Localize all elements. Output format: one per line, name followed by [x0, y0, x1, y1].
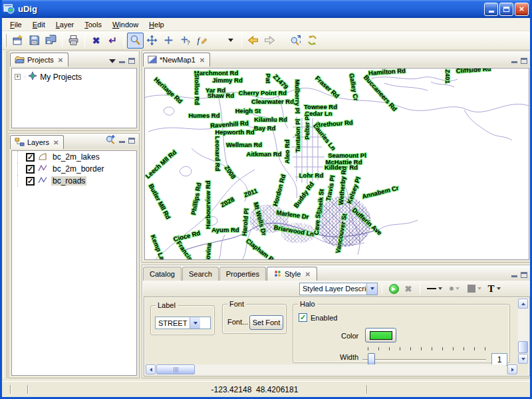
maximize-button[interactable] — [499, 3, 513, 16]
save-all-button[interactable] — [43, 33, 59, 49]
projects-close-icon[interactable]: ✕ — [58, 57, 63, 64]
title-bar[interactable]: uDig ✕ — [0, 0, 532, 18]
tab-newmap1[interactable]: *NewMap1 ✕ — [143, 53, 210, 66]
text-style-button[interactable]: T — [484, 282, 504, 295]
layer-visibility-checkbox[interactable]: ✓ — [26, 165, 35, 174]
delete-button[interactable]: ✖ — [88, 33, 104, 49]
maximize-view-icon[interactable] — [521, 58, 527, 64]
map-canvas[interactable]: Marchmont RdJimmy RdYar RdShaw RdCherry … — [144, 68, 529, 260]
zoom-extent-button[interactable] — [287, 33, 304, 49]
fill-icon — [467, 285, 475, 293]
minimize-button[interactable] — [484, 3, 498, 16]
style-close-icon[interactable]: ✕ — [305, 271, 310, 278]
layer-visibility-checkbox[interactable]: ✓ — [26, 153, 35, 162]
close-button[interactable]: ✕ — [515, 3, 529, 16]
menu-help[interactable]: Help — [144, 19, 170, 31]
expander-icon[interactable]: + — [15, 74, 21, 80]
tab-projects[interactable]: Projects ✕ — [10, 53, 68, 66]
tab-search[interactable]: Search — [182, 267, 219, 281]
tab-layers[interactable]: Layers ✕ — [10, 135, 64, 149]
scroll-down-button[interactable] — [518, 354, 528, 364]
edit-feature-tool-button[interactable]: f — [194, 33, 210, 49]
scroll-right-button[interactable] — [507, 364, 517, 374]
layer-row-bc_roads[interactable]: ✓bc_roads — [17, 175, 136, 187]
save-button[interactable] — [26, 33, 43, 49]
map-road-label: Stollou Rd — [194, 73, 200, 105]
hscroll-thumb[interactable] — [156, 364, 195, 374]
minimize-view-icon[interactable] — [511, 61, 517, 63]
halo-width-slider-track[interactable] — [362, 359, 486, 360]
projects-icon — [15, 55, 25, 65]
halo-enabled-checkbox[interactable]: ✓ — [299, 313, 307, 322]
minimize-view-icon[interactable] — [119, 61, 125, 63]
menu-window[interactable]: Window — [107, 19, 144, 31]
layers-tabrow: Layers ✕ — [10, 134, 138, 149]
tab-properties[interactable]: Properties — [219, 267, 266, 281]
view-menu-icon[interactable] — [109, 59, 116, 63]
tree-item-my-projects[interactable]: + ·· My Projects — [12, 68, 136, 84]
map-close-icon[interactable]: ✕ — [200, 57, 205, 64]
forward-button[interactable] — [261, 33, 278, 49]
cancel-style-button[interactable]: ✖ — [401, 282, 416, 295]
zoom-tool-button[interactable] — [127, 33, 144, 49]
halo-group-legend: Halo — [298, 300, 317, 308]
tab-style[interactable]: Style✕ — [267, 267, 317, 281]
set-font-button[interactable]: Set Font — [249, 315, 283, 330]
refresh-button[interactable] — [304, 33, 321, 49]
roads-geometry-icon — [37, 176, 49, 187]
style-type-combo[interactable]: Styled Layer Descrip — [299, 283, 378, 295]
layers-list: ✓bc_2m_lakes✓bc_2m_border✓bc_roads — [11, 150, 137, 376]
minimize-view-icon[interactable] — [511, 275, 517, 277]
map-road-label: Bay Rd — [254, 125, 276, 132]
menu-file[interactable]: File — [5, 19, 27, 31]
layers-panel: Layers ✕ ✓bc_2m_lakes✓bc_2m_border✓bc_ro… — [9, 133, 140, 378]
projects-tabrow: Projects ✕ — [10, 52, 138, 66]
commit-button[interactable]: ↵ — [104, 33, 121, 49]
play-icon: ▶ — [389, 284, 399, 294]
hscroll-track[interactable] — [156, 364, 506, 374]
print-button[interactable] — [65, 33, 82, 49]
layer-row-bc_2m_border[interactable]: ✓bc_2m_border — [17, 163, 136, 175]
halo-color-button[interactable] — [365, 328, 396, 342]
window-title: uDig — [18, 4, 483, 14]
vscroll-thumb[interactable] — [518, 341, 528, 353]
menu-tools[interactable]: Tools — [79, 19, 107, 31]
label-group: Label STREET — [150, 305, 215, 335]
layer-row-bc_2m_lakes[interactable]: ✓bc_2m_lakes — [17, 151, 136, 163]
halo-group: Halo ✓ Enabled Color Width 1 — [293, 304, 510, 363]
maximize-view-icon[interactable] — [128, 138, 135, 144]
minimize-view-icon[interactable] — [119, 141, 125, 143]
apply-style-button[interactable]: ▶ — [386, 282, 401, 295]
menu-edit[interactable]: Edit — [27, 19, 51, 31]
point-style-button[interactable] — [444, 282, 464, 295]
pan-tool-button[interactable] — [144, 33, 160, 49]
tab-catalog[interactable]: Catalog — [143, 267, 182, 281]
crosshair-tool-button[interactable] — [160, 33, 177, 49]
scroll-up-button[interactable] — [518, 299, 528, 309]
new-button[interactable] — [9, 33, 26, 49]
font-group-legend: Font — [227, 300, 246, 308]
polygon-geometry-icon — [37, 152, 49, 163]
label-attribute-combo[interactable]: STREET — [155, 317, 211, 329]
back-button[interactable] — [245, 33, 261, 49]
scroll-left-button[interactable] — [146, 364, 156, 374]
maximize-view-icon[interactable] — [521, 272, 527, 278]
info-tool-button[interactable]: ? — [177, 33, 194, 49]
menu-layer[interactable]: Layer — [51, 19, 80, 31]
layer-visibility-checkbox[interactable]: ✓ — [26, 177, 35, 186]
halo-color-swatch — [370, 331, 392, 340]
tool-palette-dropdown[interactable] — [222, 33, 239, 49]
line-style-button[interactable] — [424, 282, 444, 295]
status-bar: -123.42148 48.4206181 — [2, 381, 530, 397]
halo-width-label: Width — [340, 353, 358, 361]
border-geometry-icon — [37, 164, 49, 175]
combo-arrow-icon[interactable] — [190, 317, 200, 329]
layers-close-icon[interactable]: ✕ — [53, 139, 59, 146]
map-icon — [148, 55, 157, 65]
maximize-view-icon[interactable] — [128, 58, 135, 64]
fill-style-button[interactable] — [464, 282, 484, 295]
add-layer-icon[interactable] — [105, 134, 116, 146]
combo-arrow-icon[interactable] — [366, 283, 377, 295]
tab-catalog-label: Catalog — [150, 270, 175, 278]
map-tab-label: *NewMap1 — [160, 56, 196, 64]
